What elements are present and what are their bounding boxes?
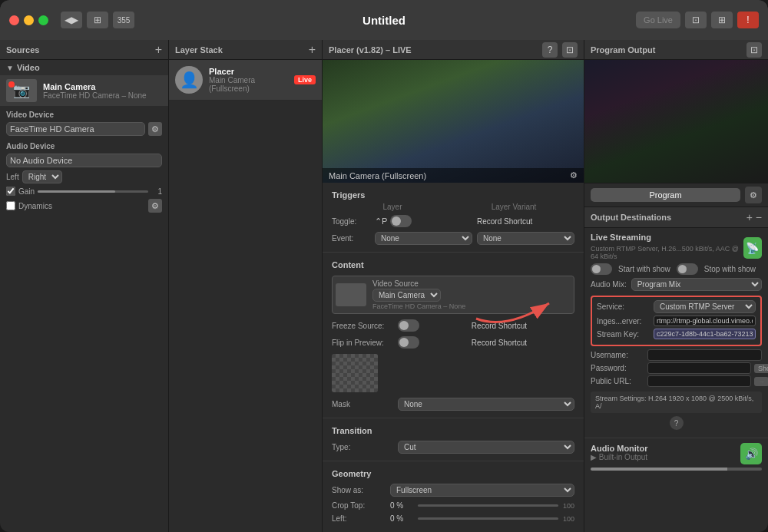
source-sub: FaceTime HD Camera – None (43, 91, 162, 100)
live-streaming-section: Live Streaming Custom RTMP Server, H.26.… (584, 228, 768, 438)
video-source-label: Video Source (372, 279, 465, 288)
lr-row: Left Right (0, 169, 168, 185)
gain-checkbox[interactable] (6, 187, 15, 196)
gain-row: Gain 1 (0, 185, 168, 197)
program-button[interactable]: Program (591, 188, 740, 202)
live-badge: Live (294, 75, 316, 84)
start-with-show-toggle[interactable] (591, 263, 612, 275)
audio-mix-row: Audio Mix: Program Mix (591, 278, 762, 291)
public-url-row: Public URL: → (591, 375, 762, 388)
help-row: ? (591, 413, 762, 433)
video-gear-button[interactable]: ⚙ (148, 122, 162, 136)
output-destinations-header: Output Destinations + − (584, 207, 768, 228)
audio-device-select[interactable]: No Audio Device (6, 154, 162, 167)
count-icon[interactable]: 355 (113, 12, 134, 28)
video-device-label: Video Device (0, 106, 168, 121)
flip-toggle[interactable] (398, 336, 419, 349)
go-live-button[interactable]: Go Live (636, 12, 680, 28)
close-button[interactable] (9, 15, 19, 25)
stream-key-input[interactable] (654, 329, 756, 339)
screen-share-icon[interactable]: ⊡ (685, 12, 707, 28)
password-label: Password: (591, 364, 644, 372)
sources-panel: Sources + ▼ Video 📷 Main Camera FaceTime… (0, 40, 169, 532)
window-title: Untitled (362, 14, 406, 27)
layer-item-placer[interactable]: 👤 Placer Main Camera (Fullscreen) Live (169, 60, 322, 101)
grid-icon[interactable]: ⊞ (87, 12, 108, 28)
show-password-button[interactable]: Show (754, 364, 768, 373)
password-row: Password: Show (591, 362, 762, 375)
audio-monitor-section: Audio Monitor ▶ Built-in Output 🔊 (584, 438, 768, 475)
layer-info: Placer Main Camera (Fullscreen) (209, 67, 288, 93)
type-select[interactable]: Cut (398, 441, 574, 454)
freeze-shortcut[interactable]: Record Shortcut (424, 322, 574, 330)
audio-mix-select[interactable]: Program Mix (631, 278, 762, 291)
flip-label: Flip in Preview: (332, 339, 393, 347)
preview-settings-icon[interactable]: ⚙ (570, 170, 578, 180)
lr-select[interactable]: Right (22, 170, 62, 183)
minimize-button[interactable] (24, 15, 34, 25)
program-settings-button[interactable]: ⚙ (745, 187, 762, 203)
output-add-button[interactable]: + (746, 211, 753, 223)
audio-monitor-toggle[interactable]: 🔊 (740, 443, 762, 464)
sources-add-button[interactable]: + (155, 44, 162, 56)
mask-select[interactable]: None (398, 398, 574, 411)
dynamics-checkbox[interactable] (6, 201, 15, 210)
geometry-title: Geometry (323, 466, 584, 481)
video-source-select[interactable]: Main Camera (372, 289, 441, 302)
audio-device-label: Audio Device (0, 137, 168, 152)
public-url-button[interactable]: → (754, 377, 768, 386)
dynamics-gear-button[interactable]: ⚙ (148, 199, 162, 213)
toggle-label: Toggle: (332, 217, 370, 226)
crop-top-slider[interactable] (418, 504, 558, 507)
back-icon[interactable]: ◀▶ (61, 12, 82, 28)
audio-monitor-slider[interactable] (591, 468, 762, 471)
stream-settings-text: Stream Settings: H.264 1920 x 1080 @ 250… (595, 395, 753, 410)
stop-with-show-toggle[interactable] (677, 263, 698, 275)
traffic-lights (9, 15, 48, 25)
titlebar-center: Untitled (362, 14, 406, 27)
show-as-select[interactable]: Fullscreen (390, 484, 574, 497)
placer-help-button[interactable]: ? (542, 42, 558, 58)
preview-caption: Main Camera (Fullscreen) ⚙ (323, 168, 584, 183)
event-shortcut-select[interactable]: None (477, 232, 574, 245)
source-group-video[interactable]: ▼ Video (0, 60, 168, 75)
layer-add-button[interactable]: + (309, 44, 316, 56)
layout-icon[interactable]: ⊞ (711, 12, 733, 28)
flip-shortcut[interactable]: Record Shortcut (424, 339, 574, 347)
start-stop-row: Start with show Stop with show (591, 263, 762, 275)
source-item-main-camera[interactable]: 📷 Main Camera FaceTime HD Camera – None (0, 75, 168, 106)
maximize-button[interactable] (38, 15, 48, 25)
record-shortcut-label[interactable]: Record Shortcut (477, 217, 574, 226)
event-select[interactable]: None (375, 232, 472, 245)
ingest-input[interactable] (654, 316, 756, 326)
service-select[interactable]: Custom RTMP Server (654, 300, 756, 313)
crop-left-label: Left: (332, 514, 386, 523)
video-device-select[interactable]: FaceTime HD Camera (6, 122, 145, 136)
password-input[interactable] (647, 362, 751, 374)
public-url-label: Public URL: (591, 377, 644, 385)
output-minus-button[interactable]: − (756, 211, 762, 223)
content-section: Content Video Source Main Camera FaceTim… (323, 252, 584, 418)
event-trigger-row: Event: None None (323, 230, 584, 247)
crop-left-slider[interactable] (418, 517, 558, 520)
audio-monitor-title-group: Audio Monitor ▶ Built-in Output (591, 444, 648, 464)
username-input[interactable] (647, 349, 762, 361)
layer-sub: Main Camera (Fullscreen) (209, 76, 288, 93)
crop-left-value: 0 % (390, 514, 413, 523)
video-source-box: Video Source Main Camera FaceTime HD Cam… (332, 276, 574, 314)
sources-panel-header: Sources + (0, 40, 168, 60)
alert-icon[interactable]: ! (737, 12, 759, 28)
preview-caption-text: Main Camera (Fullscreen) (329, 171, 426, 180)
live-streaming-toggle[interactable]: 📡 (743, 237, 762, 259)
transition-title: Transition (323, 423, 584, 438)
public-url-input[interactable] (647, 375, 751, 387)
placer-title: Placer (v1.82) – LIVE (329, 45, 412, 55)
toggle-switch[interactable] (390, 215, 412, 227)
placer-expand-button[interactable]: ⊡ (562, 42, 578, 58)
gain-slider[interactable] (38, 190, 148, 193)
program-expand-button[interactable]: ⊡ (746, 42, 762, 58)
freeze-toggle[interactable] (398, 319, 419, 332)
type-label: Type: (332, 443, 393, 451)
help-button[interactable]: ? (670, 416, 684, 430)
preview-image (323, 60, 584, 183)
